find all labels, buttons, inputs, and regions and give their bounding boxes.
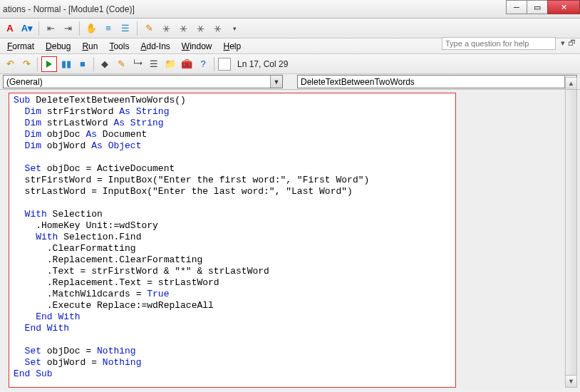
vertical-scrollbar[interactable]: ▲ ▼ bbox=[565, 77, 577, 388]
font-color-icon[interactable]: A bbox=[3, 21, 17, 36]
list-icon[interactable]: ≡ bbox=[101, 21, 115, 36]
project-icon[interactable]: 📁 bbox=[163, 57, 177, 71]
properties-icon[interactable]: ☰ bbox=[147, 57, 161, 71]
brush-icon[interactable]: ✎ bbox=[142, 21, 156, 36]
chevron-down-icon: ▼ bbox=[270, 76, 282, 88]
scroll-up-icon[interactable]: ▲ bbox=[566, 78, 576, 90]
object-dropdown-label: (General) bbox=[4, 77, 270, 87]
separator bbox=[38, 21, 39, 36]
separator bbox=[79, 21, 80, 36]
code-editor[interactable]: Sub DeleteTextBetweenTwoWords() Dim strF… bbox=[9, 93, 456, 388]
formatting-toolbar: A A▾ ⇤ ⇥ ✋ ≡ ☰ ✎ ⚹ ⚹ ⚹ ⚹ ▾ bbox=[0, 19, 580, 38]
help-icon[interactable]: ? bbox=[196, 57, 210, 71]
toolbox-icon[interactable]: 🧰 bbox=[180, 57, 194, 71]
procedure-dropdown-label: DeleteTextBetweenTwoWords bbox=[298, 77, 564, 87]
highlight-icon[interactable]: A▾ bbox=[20, 21, 34, 36]
separator bbox=[93, 57, 94, 71]
undo-icon[interactable]: ↶ bbox=[3, 57, 17, 71]
cursor-position: Ln 17, Col 29 bbox=[237, 59, 288, 69]
bookmark-icon[interactable]: ◆ bbox=[98, 57, 112, 71]
redo-icon[interactable]: ↷ bbox=[19, 57, 33, 71]
play-icon bbox=[46, 61, 52, 68]
menu-window[interactable]: Window bbox=[176, 40, 218, 53]
mdi-restore-icon[interactable]: 🗗 bbox=[568, 38, 576, 48]
titlebar: ations - Normal - [Module1 (Code)] ─ ▭ ✕ bbox=[0, 0, 580, 19]
hand-icon[interactable]: ✋ bbox=[84, 21, 98, 36]
code-pane-wrap: Sub DeleteTextBetweenTwoWords() Dim strF… bbox=[0, 90, 580, 391]
object-proc-row: (General) ▼ DeleteTextBetweenTwoWords ▼ bbox=[0, 74, 580, 90]
scroll-down-icon[interactable]: ▼ bbox=[566, 375, 576, 387]
menu-debug[interactable]: Debug bbox=[40, 40, 76, 53]
close-button[interactable]: ✕ bbox=[547, 0, 580, 14]
design-icon[interactable]: ✎ bbox=[114, 57, 128, 71]
procedure-dropdown[interactable]: DeleteTextBetweenTwoWords ▼ bbox=[297, 75, 577, 88]
step-icon[interactable]: ⮡ bbox=[130, 57, 145, 71]
wand4-icon[interactable]: ⚹ bbox=[210, 21, 224, 36]
window-controls: ─ ▭ ✕ bbox=[507, 0, 580, 18]
maximize-button[interactable]: ▭ bbox=[527, 0, 548, 14]
outdent-icon[interactable]: ⇤ bbox=[43, 21, 58, 36]
indent-icon[interactable]: ⇥ bbox=[61, 21, 75, 36]
minimize-button[interactable]: ─ bbox=[506, 0, 527, 14]
separator bbox=[37, 57, 38, 71]
object-dropdown[interactable]: (General) ▼ bbox=[3, 75, 283, 88]
dropdown-toggle-icon[interactable]: ▾ bbox=[227, 21, 242, 36]
mdi-dropdown-icon[interactable]: ▾ bbox=[561, 38, 565, 48]
list2-icon[interactable]: ☰ bbox=[118, 21, 133, 36]
window-title: ations - Normal - [Module1 (Code)] bbox=[3, 4, 135, 14]
wand3-icon[interactable]: ⚹ bbox=[193, 21, 207, 36]
separator bbox=[137, 21, 138, 36]
menu-format[interactable]: Format bbox=[1, 40, 40, 53]
run-button[interactable] bbox=[41, 56, 57, 72]
pause-icon[interactable]: ▮▮ bbox=[59, 57, 73, 71]
menu-help[interactable]: Help bbox=[218, 40, 247, 53]
separator bbox=[214, 57, 214, 71]
blank-combo[interactable] bbox=[218, 58, 231, 71]
menu-run[interactable]: Run bbox=[76, 40, 103, 53]
wand1-icon[interactable]: ⚹ bbox=[159, 21, 173, 36]
wand2-icon[interactable]: ⚹ bbox=[176, 21, 190, 36]
mdi-controls: ▾ 🗗 bbox=[561, 38, 576, 48]
stop-icon[interactable]: ■ bbox=[76, 57, 90, 71]
menu-tools[interactable]: Tools bbox=[103, 40, 135, 53]
menu-addins[interactable]: Add-Ins bbox=[135, 40, 175, 53]
help-search-input[interactable] bbox=[442, 37, 556, 50]
standard-toolbar: ↶ ↷ ▮▮ ■ ◆ ✎ ⮡ ☰ 📁 🧰 ? Ln 17, Col 29 bbox=[0, 54, 580, 74]
